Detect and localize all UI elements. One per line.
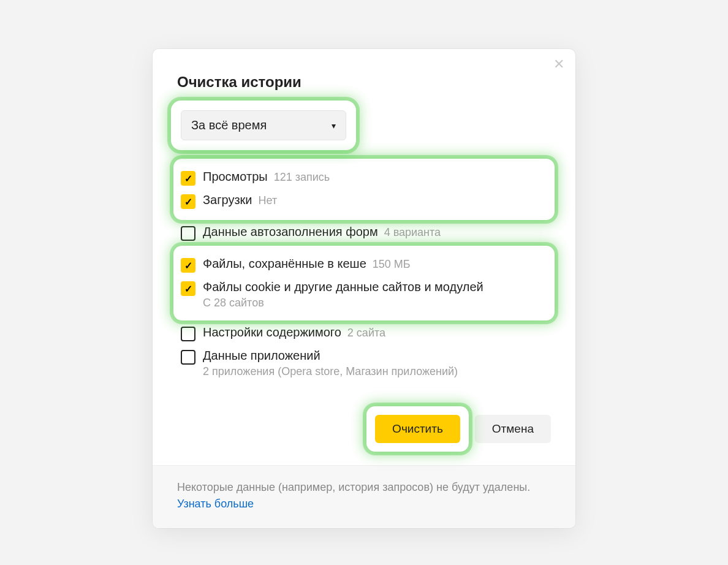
option-autofill[interactable]: Данные автозаполнения форм 4 варианта bbox=[181, 221, 547, 245]
option-downloads[interactable]: ✓ Загрузки Нет bbox=[181, 189, 547, 213]
option-label: Файлы, сохранённые в кеше bbox=[203, 257, 366, 271]
option-sub: 2 сайта bbox=[347, 327, 385, 339]
clear-button-highlight: Очистить bbox=[371, 411, 464, 447]
footer-note: Некоторые данные (например, история запр… bbox=[177, 481, 530, 493]
option-label: Загрузки bbox=[203, 193, 252, 207]
time-range-select[interactable]: За всё время ▾ bbox=[181, 110, 346, 140]
option-content[interactable]: Настройки содержимого 2 сайта bbox=[181, 322, 547, 345]
option-sub: 150 МБ bbox=[373, 258, 411, 271]
time-range-highlight: За всё время ▾ bbox=[177, 107, 350, 144]
option-sub-under: С 28 сайтов bbox=[203, 297, 547, 309]
dialog-body: Очистка истории За всё время ▾ ✓ Просмот… bbox=[153, 49, 575, 465]
option-sub-under: 2 приложения (Opera store, Магазин прило… bbox=[203, 365, 547, 378]
option-appdata[interactable]: Данные приложений 2 приложения (Opera st… bbox=[181, 345, 547, 382]
options-highlight-group-1: ✓ Просмотры 121 запись ✓ Загрузки bbox=[177, 164, 551, 215]
checkbox-history[interactable]: ✓ bbox=[181, 171, 195, 186]
checkbox-appdata[interactable] bbox=[181, 350, 195, 365]
option-label: Настройки содержимого bbox=[203, 325, 341, 339]
dialog-footer: Некоторые данные (например, история запр… bbox=[153, 465, 575, 528]
checkbox-cookies[interactable]: ✓ bbox=[181, 281, 195, 296]
options-list: ✓ Просмотры 121 запись ✓ Загрузки bbox=[177, 164, 551, 384]
time-range-value: За всё время bbox=[191, 118, 267, 132]
checkbox-autofill[interactable] bbox=[181, 226, 195, 241]
option-label: Данные автозаполнения форм bbox=[203, 225, 378, 239]
option-sub: Нет bbox=[259, 194, 278, 207]
dialog-title: Очистка истории bbox=[177, 74, 551, 91]
chevron-down-icon: ▾ bbox=[332, 121, 336, 131]
clear-button[interactable]: Очистить bbox=[375, 415, 460, 443]
checkbox-downloads[interactable]: ✓ bbox=[181, 194, 195, 209]
option-sub: 121 запись bbox=[274, 171, 330, 184]
option-cache[interactable]: ✓ Файлы, сохранённые в кеше 150 МБ bbox=[181, 253, 547, 276]
clear-history-dialog: ✕ Очистка истории За всё время ▾ ✓ Прос bbox=[153, 49, 575, 528]
checkbox-content[interactable] bbox=[181, 327, 195, 341]
option-label: Файлы cookie и другие данные сайтов и мо… bbox=[203, 280, 483, 294]
cancel-button[interactable]: Отмена bbox=[475, 415, 551, 443]
option-cookies[interactable]: ✓ Файлы cookie и другие данные сайтов и … bbox=[181, 276, 547, 313]
option-label: Данные приложений bbox=[203, 349, 320, 363]
option-sub: 4 варианта bbox=[384, 226, 441, 239]
option-history[interactable]: ✓ Просмотры 121 запись bbox=[181, 166, 547, 189]
option-label: Просмотры bbox=[203, 170, 268, 184]
close-icon[interactable]: ✕ bbox=[551, 55, 567, 74]
learn-more-link[interactable]: Узнать больше bbox=[177, 498, 254, 510]
checkbox-cache[interactable]: ✓ bbox=[181, 258, 195, 273]
options-highlight-group-2: ✓ Файлы, сохранённые в кеше 150 МБ ✓ bbox=[177, 251, 551, 316]
dialog-actions: Очистить Отмена bbox=[177, 411, 551, 447]
